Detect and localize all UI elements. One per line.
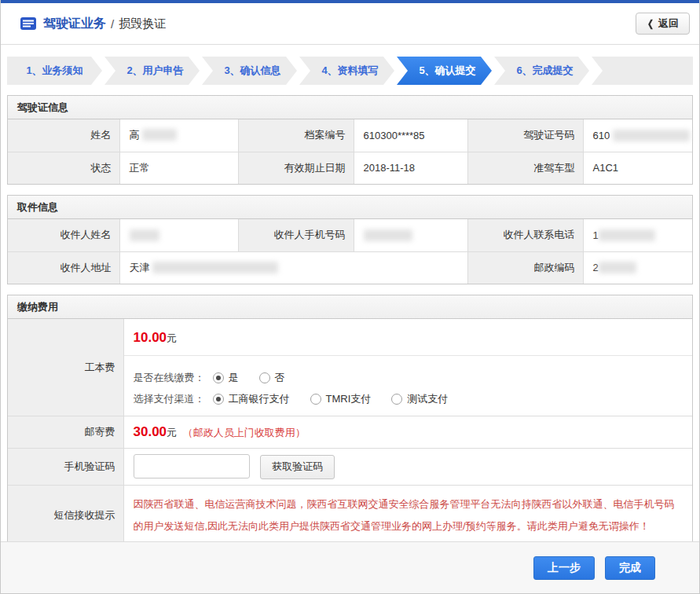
recipient-name-value [119,219,238,251]
header-divider [1,44,699,45]
online-pay-question: 是否在线缴费： [134,371,205,385]
valid-until-label: 有效期止日期 [238,152,354,184]
app-title: 驾驶证业务 [43,16,106,32]
radio-channel-test-label: 测试支付 [407,392,448,406]
postage-amount: 30.00 [134,424,167,439]
recipient-phone-value: 1 [583,219,692,251]
step-1-business-notice[interactable]: 1、业务须知 [7,57,102,85]
header: 驾驶证业务 / 损毁换证 ❮ 返回 [1,3,699,44]
previous-step-button[interactable]: 上一步 [533,556,595,580]
workfee-row: 工本费 10.00元 是否在线缴费： 是 [8,319,692,416]
postcode-value: 2 [583,251,692,284]
license-no-value: 610 [583,119,692,152]
page: 驾驶证业务 / 损毁换证 ❮ 返回 1、业务须知 2、用户申告 3、确认信息 4… [0,0,700,594]
status-label: 状态 [8,152,119,184]
redaction-blur [364,229,412,241]
recipient-phone-label: 收件人联系电话 [467,219,583,251]
radio-online-yes-label: 是 [229,371,239,385]
workfee-amount: 10.00 [134,330,167,345]
chevron-left-icon: ❮ [647,18,654,29]
step-5-confirm-submit[interactable]: 5、确认提交 [397,57,492,85]
pickup-info-table: 收件人姓名 收件人手机号码 收件人联系电话 1 收件人地址 天津 邮政编码 2 [8,219,692,284]
recipient-address-label: 收件人地址 [8,251,119,284]
valid-until-value: 2018-11-18 [354,152,467,184]
postage-note: （邮政人员上门收取费用） [183,427,306,438]
captcha-row: 手机验证码 获取验证码 [8,449,692,486]
sms-tip-text: 因陕西省联通、电信运营商技术问题，陕西省互联网交通安全综合服务管理平台无法向持陕… [124,486,693,545]
workfee-label: 工本费 [8,319,123,416]
file-no-value: 610300****85 [354,119,467,152]
pickup-info-title: 取件信息 [8,196,692,219]
name-label: 姓名 [8,119,119,152]
file-no-label: 档案编号 [238,119,354,152]
step-4-fill-materials[interactable]: 4、资料填写 [299,57,394,85]
postage-unit: 元 [167,427,177,438]
radio-online-no[interactable]: 否 [259,371,285,385]
redaction-blur [142,129,177,141]
radio-online-no-label: 否 [275,371,285,385]
captcha-label: 手机验证码 [8,449,123,486]
redaction-blur [152,262,278,273]
recipient-name-label: 收件人姓名 [8,219,119,251]
step-progress-bar: 1、业务须知 2、用户申告 3、确认信息 4、资料填写 5、确认提交 6、完成提… [7,57,693,85]
workfee-amount-line: 10.00元 [124,319,693,356]
radio-channel-tmri[interactable]: TMRI支付 [310,392,372,406]
radio-selected-icon[interactable] [213,372,224,383]
radio-unselected-icon[interactable] [391,394,402,405]
vehicle-class-label: 准驾车型 [467,152,583,184]
name-value: 高 [119,119,238,152]
fees-table: 工本费 10.00元 是否在线缴费： 是 [8,319,692,545]
online-pay-question-line: 是否在线缴费： 是 否 [134,371,693,385]
pay-channel-question: 选择支付渠道： [134,392,205,406]
license-info-title: 驾驶证信息 [8,96,692,119]
get-captcha-button[interactable]: 获取验证码 [260,455,335,479]
table-row: 收件人姓名 收件人手机号码 收件人联系电话 1 [8,219,692,251]
breadcrumb-separator: / [111,17,114,31]
recipient-address-value: 天津 [119,251,467,284]
sms-tip-label: 短信接收提示 [8,486,123,546]
radio-channel-icbc[interactable]: 工商银行支付 [213,392,290,406]
redaction-blur [613,130,690,141]
table-row: 状态 正常 有效期止日期 2018-11-18 准驾车型 A1C1 [8,152,692,184]
table-row: 姓名 高 档案编号 610300****85 驾驶证号码 610 [8,119,692,152]
radio-unselected-icon[interactable] [259,372,270,383]
radio-channel-tmri-label: TMRI支付 [326,392,372,406]
postcode-label: 邮政编码 [467,251,583,284]
radio-channel-icbc-label: 工商银行支付 [229,392,290,406]
pay-channel-question-line: 选择支付渠道： 工商银行支付 TMRI支付 测试支付 [134,392,693,406]
radio-selected-icon[interactable] [213,394,224,405]
postage-label: 邮寄费 [8,416,123,449]
fees-section: 缴纳费用 工本费 10.00元 是否在线缴费： 是 [7,295,693,546]
status-value: 正常 [119,152,238,184]
back-button[interactable]: ❮ 返回 [636,13,690,35]
sms-tip-row: 短信接收提示 因陕西省联通、电信运营商技术问题，陕西省互联网交通安全综合服务管理… [8,486,692,546]
license-no-label: 驾驶证号码 [467,119,583,152]
radio-online-yes[interactable]: 是 [213,371,239,385]
page-title: 损毁换证 [119,16,166,31]
redaction-blur [130,229,159,241]
license-info-table: 姓名 高 档案编号 610300****85 驾驶证号码 610 状态 正常 有… [8,119,692,184]
captcha-input[interactable] [134,454,250,478]
recipient-mobile-label: 收件人手机号码 [238,219,354,251]
radio-channel-test[interactable]: 测试支付 [391,392,448,406]
radio-unselected-icon[interactable] [310,394,321,405]
license-business-icon [20,16,37,31]
redaction-blur [599,262,636,273]
redaction-blur [599,229,655,241]
license-info-section: 驾驶证信息 姓名 高 档案编号 610300****85 驾驶证号码 610 状… [7,95,693,185]
step-2-user-declaration[interactable]: 2、用户申告 [104,57,200,85]
vehicle-class-value: A1C1 [583,152,692,184]
pickup-info-section: 取件信息 收件人姓名 收件人手机号码 收件人联系电话 1 收件人地址 天津 邮政… [7,195,693,284]
footer-action-bar: 上一步 完成 [1,541,699,593]
postage-row: 邮寄费 30.00元 （邮政人员上门收取费用） [8,416,692,449]
workfee-unit: 元 [167,332,177,344]
step-3-confirm-info[interactable]: 3、确认信息 [202,57,297,85]
step-6-complete-submit[interactable]: 6、完成提交 [494,57,589,85]
table-row: 收件人地址 天津 邮政编码 2 [8,251,692,284]
finish-button[interactable]: 完成 [605,556,655,580]
back-button-label: 返回 [658,16,679,31]
step-bar-filler [592,57,693,85]
recipient-mobile-value [354,219,467,251]
fees-title: 缴纳费用 [8,295,692,319]
